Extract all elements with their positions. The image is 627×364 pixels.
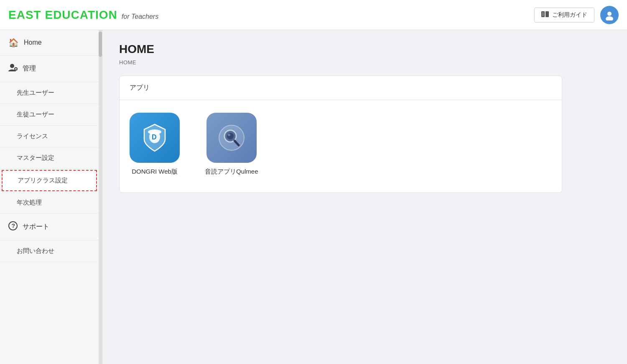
sidebar-item-license[interactable]: ライセンス [0, 126, 99, 147]
home-icon: 🏠 [8, 38, 19, 48]
svg-point-4 [606, 16, 613, 20]
svg-rect-2 [543, 12, 543, 16]
sidebar-item-annual-processing[interactable]: 年次処理 [0, 192, 99, 214]
page-title: HOME [119, 43, 610, 56]
app-card-body: D DONGRI Web版 [120, 100, 562, 192]
guide-button-label: ご利用ガイド [552, 11, 587, 19]
header: EAST EDUCATION for Teachers ご利用ガイド [0, 0, 627, 30]
dongri-icon: D [130, 113, 180, 163]
header-right: ご利用ガイド [534, 6, 619, 24]
admin-icon [8, 63, 18, 74]
support-icon: ? [8, 221, 18, 233]
breadcrumb: HOME [119, 59, 610, 66]
main-content: HOME HOME アプリ [102, 30, 627, 364]
sidebar-item-teacher-users-label: 先生ユーザー [17, 89, 54, 97]
svg-point-15 [227, 133, 234, 139]
app-card-header: アプリ [120, 76, 562, 100]
logo: EAST EDUCATION for Teachers [8, 8, 158, 22]
qulmee-icon [206, 113, 257, 163]
sidebar-item-student-users[interactable]: 生徒ユーザー [0, 104, 99, 126]
sidebar-item-admin-label: 管理 [23, 64, 36, 73]
svg-rect-1 [545, 11, 549, 17]
qulmee-label: 音読アプリQulmee [205, 168, 258, 176]
layout: 🏠 Home 管理 先生ユーザー [0, 30, 627, 364]
apps-section-label: アプリ [130, 84, 150, 91]
sidebar-item-annual-processing-label: 年次処理 [17, 199, 42, 207]
svg-rect-12 [154, 129, 155, 132]
app-item-dongri[interactable]: D DONGRI Web版 [130, 113, 180, 176]
sidebar-item-contact-label: お問い合わせ [17, 247, 54, 255]
svg-point-16 [228, 134, 230, 136]
sidebar-scrollbar[interactable] [99, 30, 102, 364]
svg-point-5 [10, 64, 14, 68]
book-icon [541, 11, 549, 18]
user-avatar[interactable] [600, 6, 619, 24]
sidebar-item-teacher-users[interactable]: 先生ユーザー [0, 82, 99, 104]
sidebar-item-master-settings[interactable]: マスター設定 [0, 147, 99, 169]
sidebar-item-master-settings-label: マスター設定 [17, 154, 54, 162]
dongri-label: DONGRI Web版 [132, 168, 178, 176]
sidebar-scroll-thumb[interactable] [99, 32, 102, 57]
sidebar-item-home-label: Home [24, 39, 42, 46]
guide-button[interactable]: ご利用ガイド [534, 8, 594, 23]
app-icons-row: D DONGRI Web版 [130, 113, 552, 176]
sidebar-item-home[interactable]: 🏠 Home [0, 30, 99, 56]
sidebar-item-admin[interactable]: 管理 [0, 56, 99, 82]
sidebar: 🏠 Home 管理 先生ユーザー [0, 30, 102, 364]
sidebar-item-support-label: サポート [23, 222, 49, 231]
sidebar-item-app-class-settings-label: アプリクラス設定 [18, 177, 68, 185]
app-item-qulmee[interactable]: 音読アプリQulmee [205, 113, 258, 176]
sidebar-item-student-users-label: 生徒ユーザー [17, 111, 54, 119]
sidebar-item-contact[interactable]: お問い合わせ [0, 240, 99, 262]
svg-text:?: ? [12, 222, 15, 229]
svg-point-3 [607, 12, 612, 16]
svg-text:D: D [152, 134, 157, 141]
sidebar-item-app-class-settings[interactable]: アプリクラス設定 [2, 170, 97, 191]
logo-east-education: EAST EDUCATION [8, 8, 117, 22]
sidebar-item-support[interactable]: ? サポート [0, 214, 99, 240]
logo-for-teachers: for Teachers [122, 13, 158, 20]
sidebar-item-license-label: ライセンス [17, 132, 48, 140]
app-card: アプリ [119, 76, 562, 193]
